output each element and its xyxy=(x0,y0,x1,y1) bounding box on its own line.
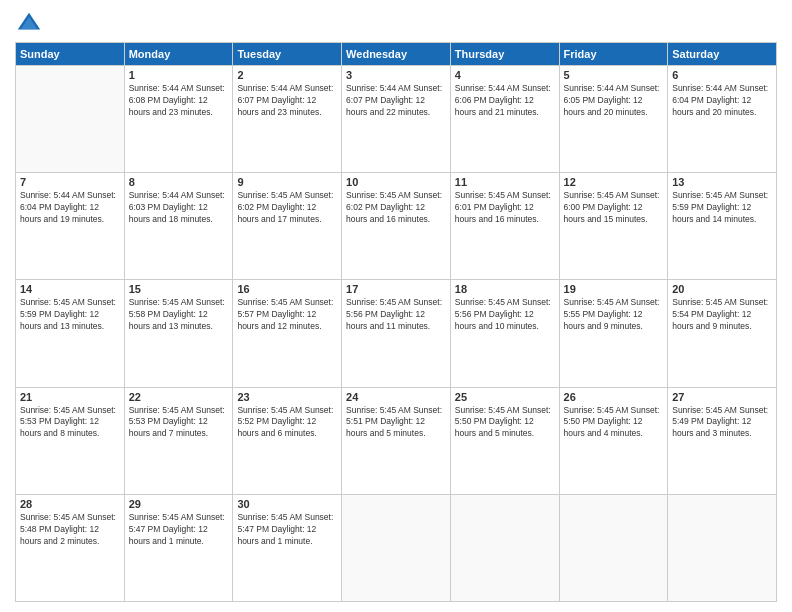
day-cell: 25Sunrise: 5:45 AM Sunset: 5:50 PM Dayli… xyxy=(450,387,559,494)
day-number: 22 xyxy=(129,391,229,403)
day-header-thursday: Thursday xyxy=(450,43,559,66)
day-cell xyxy=(16,66,125,173)
day-cell xyxy=(342,494,451,601)
day-number: 13 xyxy=(672,176,772,188)
day-number: 21 xyxy=(20,391,120,403)
day-info: Sunrise: 5:45 AM Sunset: 5:52 PM Dayligh… xyxy=(237,405,337,441)
day-header-tuesday: Tuesday xyxy=(233,43,342,66)
day-number: 17 xyxy=(346,283,446,295)
day-number: 18 xyxy=(455,283,555,295)
day-cell: 18Sunrise: 5:45 AM Sunset: 5:56 PM Dayli… xyxy=(450,280,559,387)
day-number: 11 xyxy=(455,176,555,188)
day-cell: 15Sunrise: 5:45 AM Sunset: 5:58 PM Dayli… xyxy=(124,280,233,387)
day-header-friday: Friday xyxy=(559,43,668,66)
day-cell: 5Sunrise: 5:44 AM Sunset: 6:05 PM Daylig… xyxy=(559,66,668,173)
day-cell: 6Sunrise: 5:44 AM Sunset: 6:04 PM Daylig… xyxy=(668,66,777,173)
day-cell xyxy=(668,494,777,601)
day-cell: 1Sunrise: 5:44 AM Sunset: 6:08 PM Daylig… xyxy=(124,66,233,173)
day-cell: 26Sunrise: 5:45 AM Sunset: 5:50 PM Dayli… xyxy=(559,387,668,494)
calendar-table: SundayMondayTuesdayWednesdayThursdayFrid… xyxy=(15,42,777,602)
day-cell: 11Sunrise: 5:45 AM Sunset: 6:01 PM Dayli… xyxy=(450,173,559,280)
day-number: 29 xyxy=(129,498,229,510)
day-cell: 13Sunrise: 5:45 AM Sunset: 5:59 PM Dayli… xyxy=(668,173,777,280)
day-number: 1 xyxy=(129,69,229,81)
day-number: 4 xyxy=(455,69,555,81)
day-header-monday: Monday xyxy=(124,43,233,66)
day-cell: 27Sunrise: 5:45 AM Sunset: 5:49 PM Dayli… xyxy=(668,387,777,494)
day-number: 8 xyxy=(129,176,229,188)
day-number: 30 xyxy=(237,498,337,510)
day-cell: 22Sunrise: 5:45 AM Sunset: 5:53 PM Dayli… xyxy=(124,387,233,494)
day-info: Sunrise: 5:45 AM Sunset: 5:50 PM Dayligh… xyxy=(455,405,555,441)
day-info: Sunrise: 5:45 AM Sunset: 5:51 PM Dayligh… xyxy=(346,405,446,441)
day-info: Sunrise: 5:45 AM Sunset: 6:01 PM Dayligh… xyxy=(455,190,555,226)
day-cell: 24Sunrise: 5:45 AM Sunset: 5:51 PM Dayli… xyxy=(342,387,451,494)
day-number: 2 xyxy=(237,69,337,81)
logo xyxy=(15,10,47,38)
day-info: Sunrise: 5:45 AM Sunset: 5:58 PM Dayligh… xyxy=(129,297,229,333)
day-cell: 19Sunrise: 5:45 AM Sunset: 5:55 PM Dayli… xyxy=(559,280,668,387)
day-number: 14 xyxy=(20,283,120,295)
day-info: Sunrise: 5:45 AM Sunset: 5:55 PM Dayligh… xyxy=(564,297,664,333)
day-info: Sunrise: 5:45 AM Sunset: 6:02 PM Dayligh… xyxy=(346,190,446,226)
day-cell: 16Sunrise: 5:45 AM Sunset: 5:57 PM Dayli… xyxy=(233,280,342,387)
day-cell: 12Sunrise: 5:45 AM Sunset: 6:00 PM Dayli… xyxy=(559,173,668,280)
day-info: Sunrise: 5:45 AM Sunset: 5:56 PM Dayligh… xyxy=(346,297,446,333)
day-cell: 14Sunrise: 5:45 AM Sunset: 5:59 PM Dayli… xyxy=(16,280,125,387)
day-info: Sunrise: 5:45 AM Sunset: 5:56 PM Dayligh… xyxy=(455,297,555,333)
day-cell: 30Sunrise: 5:45 AM Sunset: 5:47 PM Dayli… xyxy=(233,494,342,601)
week-row-2: 14Sunrise: 5:45 AM Sunset: 5:59 PM Dayli… xyxy=(16,280,777,387)
day-cell: 9Sunrise: 5:45 AM Sunset: 6:02 PM Daylig… xyxy=(233,173,342,280)
week-row-1: 7Sunrise: 5:44 AM Sunset: 6:04 PM Daylig… xyxy=(16,173,777,280)
day-info: Sunrise: 5:45 AM Sunset: 5:53 PM Dayligh… xyxy=(129,405,229,441)
day-header-wednesday: Wednesday xyxy=(342,43,451,66)
day-info: Sunrise: 5:44 AM Sunset: 6:04 PM Dayligh… xyxy=(672,83,772,119)
day-info: Sunrise: 5:45 AM Sunset: 5:49 PM Dayligh… xyxy=(672,405,772,441)
day-number: 5 xyxy=(564,69,664,81)
day-info: Sunrise: 5:45 AM Sunset: 5:47 PM Dayligh… xyxy=(129,512,229,548)
day-cell: 3Sunrise: 5:44 AM Sunset: 6:07 PM Daylig… xyxy=(342,66,451,173)
day-cell xyxy=(450,494,559,601)
day-info: Sunrise: 5:45 AM Sunset: 5:57 PM Dayligh… xyxy=(237,297,337,333)
day-cell xyxy=(559,494,668,601)
page: SundayMondayTuesdayWednesdayThursdayFrid… xyxy=(0,0,792,612)
day-info: Sunrise: 5:45 AM Sunset: 5:53 PM Dayligh… xyxy=(20,405,120,441)
day-number: 9 xyxy=(237,176,337,188)
day-number: 6 xyxy=(672,69,772,81)
day-cell: 7Sunrise: 5:44 AM Sunset: 6:04 PM Daylig… xyxy=(16,173,125,280)
day-number: 19 xyxy=(564,283,664,295)
logo-icon xyxy=(15,10,43,38)
day-info: Sunrise: 5:45 AM Sunset: 5:54 PM Dayligh… xyxy=(672,297,772,333)
week-row-3: 21Sunrise: 5:45 AM Sunset: 5:53 PM Dayli… xyxy=(16,387,777,494)
day-info: Sunrise: 5:44 AM Sunset: 6:07 PM Dayligh… xyxy=(237,83,337,119)
day-info: Sunrise: 5:45 AM Sunset: 6:02 PM Dayligh… xyxy=(237,190,337,226)
day-header-saturday: Saturday xyxy=(668,43,777,66)
day-number: 20 xyxy=(672,283,772,295)
day-info: Sunrise: 5:45 AM Sunset: 5:48 PM Dayligh… xyxy=(20,512,120,548)
day-info: Sunrise: 5:45 AM Sunset: 5:59 PM Dayligh… xyxy=(20,297,120,333)
day-header-sunday: Sunday xyxy=(16,43,125,66)
day-number: 28 xyxy=(20,498,120,510)
day-info: Sunrise: 5:44 AM Sunset: 6:05 PM Dayligh… xyxy=(564,83,664,119)
day-cell: 29Sunrise: 5:45 AM Sunset: 5:47 PM Dayli… xyxy=(124,494,233,601)
day-cell: 21Sunrise: 5:45 AM Sunset: 5:53 PM Dayli… xyxy=(16,387,125,494)
day-cell: 8Sunrise: 5:44 AM Sunset: 6:03 PM Daylig… xyxy=(124,173,233,280)
day-info: Sunrise: 5:44 AM Sunset: 6:04 PM Dayligh… xyxy=(20,190,120,226)
day-cell: 10Sunrise: 5:45 AM Sunset: 6:02 PM Dayli… xyxy=(342,173,451,280)
day-number: 27 xyxy=(672,391,772,403)
day-info: Sunrise: 5:45 AM Sunset: 5:50 PM Dayligh… xyxy=(564,405,664,441)
day-number: 12 xyxy=(564,176,664,188)
day-number: 25 xyxy=(455,391,555,403)
day-info: Sunrise: 5:44 AM Sunset: 6:06 PM Dayligh… xyxy=(455,83,555,119)
day-cell: 2Sunrise: 5:44 AM Sunset: 6:07 PM Daylig… xyxy=(233,66,342,173)
day-info: Sunrise: 5:44 AM Sunset: 6:08 PM Dayligh… xyxy=(129,83,229,119)
header xyxy=(15,10,777,38)
day-info: Sunrise: 5:45 AM Sunset: 5:47 PM Dayligh… xyxy=(237,512,337,548)
day-number: 3 xyxy=(346,69,446,81)
week-row-0: 1Sunrise: 5:44 AM Sunset: 6:08 PM Daylig… xyxy=(16,66,777,173)
day-number: 16 xyxy=(237,283,337,295)
day-number: 15 xyxy=(129,283,229,295)
day-info: Sunrise: 5:45 AM Sunset: 6:00 PM Dayligh… xyxy=(564,190,664,226)
day-cell: 23Sunrise: 5:45 AM Sunset: 5:52 PM Dayli… xyxy=(233,387,342,494)
day-number: 24 xyxy=(346,391,446,403)
